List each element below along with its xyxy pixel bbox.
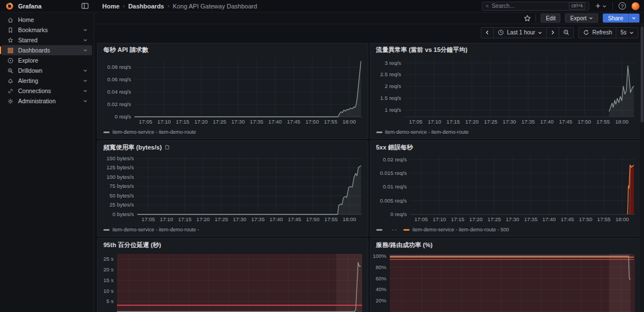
legend-entry[interactable]: item-demo-service - item-demo-route — [376, 129, 469, 135]
breadcrumb-dashboards[interactable]: Dashboards — [128, 3, 164, 10]
panel-5xx-errors-per-second[interactable]: 5xx 錯誤每秒 0 req/s0.005 req/s0.01 req/s0.0… — [370, 140, 641, 236]
panel-title[interactable]: 服務/路由成功率 (%) — [371, 239, 641, 251]
sidebar-item-label: Alerting — [18, 77, 38, 84]
sidebar-item-drilldown[interactable]: Drilldown — [2, 65, 92, 76]
panel-traffic-anomaly-rate[interactable]: 流量異常率 (當前 vs 15分鐘平均) 1 req/s1.5 req/s2 r… — [370, 43, 641, 139]
timeseries-chart[interactable]: 0 req/s0.005 req/s0.01 req/s0.015 req/s0… — [373, 153, 638, 223]
svg-text:17:45: 17:45 — [288, 216, 301, 222]
svg-text:20%: 20% — [375, 297, 386, 304]
timeseries-chart[interactable]: 20%40%60%80%100%17:0517:1017:1517:2017:2… — [373, 251, 638, 312]
svg-text:17:10: 17:10 — [160, 216, 173, 222]
scrollbar-thumb[interactable] — [641, 27, 643, 122]
sidebar-item-administration[interactable]: Administration — [2, 96, 92, 106]
panel-title[interactable]: 頻寬使用率 (bytes/s) — [98, 141, 368, 153]
sidebar-item-connections[interactable]: Connections — [2, 86, 92, 96]
search-box[interactable]: ctrl+k — [482, 2, 589, 11]
navbar-actions: ctrl+k ? — [482, 2, 644, 11]
panel-95th-percentile-latency[interactable]: 95th 百分位延遲 (秒) 5 s10 s15 s20 s25 s17:051… — [97, 238, 368, 312]
search-input[interactable] — [491, 3, 566, 9]
panel-title[interactable]: 5xx 錯誤每秒 — [371, 141, 641, 153]
export-button[interactable]: Export — [565, 14, 598, 23]
svg-text:10 s: 10 s — [103, 288, 114, 294]
svg-text:0 bytes/s: 0 bytes/s — [112, 211, 134, 217]
legend-swatch — [403, 229, 410, 231]
panel-title[interactable]: 95th 百分位延遲 (秒) — [98, 239, 368, 251]
panel-bandwidth-usage[interactable]: 頻寬使用率 (bytes/s) 0 bytes/s25 bytes/s50 by… — [97, 140, 368, 236]
divider — [612, 2, 613, 10]
export-label: Export — [570, 15, 586, 21]
svg-text:18:00: 18:00 — [342, 118, 356, 125]
zoom-out-icon — [563, 29, 569, 36]
legend-entry[interactable]: item-demo-service - item-demo-route - 50… — [403, 227, 509, 232]
time-range-picker[interactable]: Last 1 hour — [493, 28, 546, 38]
time-shift-forward-button[interactable] — [546, 28, 559, 38]
panel-service-route-success-rate[interactable]: 服務/路由成功率 (%) 20%40%60%80%100%17:0517:101… — [370, 238, 641, 312]
svg-text:0.04 req/s: 0.04 req/s — [107, 89, 131, 95]
svg-text:17:40: 17:40 — [268, 118, 282, 125]
svg-text:150 bytes/s: 150 bytes/s — [106, 155, 134, 161]
chevron-down-icon — [602, 4, 607, 8]
sidebar-item-bookmarks[interactable]: Bookmarks — [2, 25, 92, 35]
panel-description-icon[interactable] — [164, 144, 170, 150]
panel-title[interactable]: 流量異常率 (當前 vs 15分鐘平均) — [371, 43, 641, 56]
svg-text:17:05: 17:05 — [409, 118, 423, 125]
share-button[interactable]: Share — [603, 14, 628, 23]
svg-text:15 s: 15 s — [103, 277, 114, 283]
svg-text:18:00: 18:00 — [342, 216, 356, 222]
sidebar-item-dashboards[interactable]: Dashboards — [2, 45, 92, 55]
sidebar-item-starred[interactable]: Starred — [2, 35, 92, 45]
favorite-star-icon[interactable] — [524, 15, 531, 22]
legend-entry[interactable]: - - — [392, 227, 397, 232]
legend-label: item-demo-service - item-demo-route — [112, 129, 196, 135]
sidebar-toggle-icon[interactable] — [81, 3, 89, 9]
timeseries-chart[interactable]: 0 req/s0.02 req/s0.04 req/s0.06 req/s0.0… — [100, 56, 365, 126]
svg-text:17:40: 17:40 — [542, 216, 556, 222]
svg-text:0.01 req/s: 0.01 req/s — [382, 183, 406, 190]
time-shift-back-button[interactable] — [481, 28, 493, 38]
svg-text:17:15: 17:15 — [446, 118, 460, 125]
timeseries-chart[interactable]: 1 req/s1.5 req/s2 req/s2.5 req/s3 req/s1… — [373, 56, 638, 126]
svg-text:100 bytes/s: 100 bytes/s — [106, 174, 134, 180]
refresh-interval-picker[interactable]: 5s — [616, 28, 638, 38]
svg-text:17:15: 17:15 — [178, 216, 192, 222]
user-avatar[interactable] — [632, 2, 639, 10]
sidebar-item-home[interactable]: Home — [2, 15, 92, 25]
chevron-right-icon: › — [167, 3, 169, 9]
panel-legend: item-demo-service - item-demo-route — [376, 128, 469, 137]
chevron-down-icon — [83, 28, 88, 32]
grafana-logo-icon — [6, 2, 14, 10]
chevron-right-icon — [551, 30, 555, 35]
panel-title[interactable]: 每秒 API 請求數 — [98, 43, 368, 56]
svg-text:17:20: 17:20 — [197, 216, 210, 222]
svg-text:25 s: 25 s — [103, 256, 114, 262]
help-icon[interactable]: ? — [619, 2, 626, 10]
legend-entry[interactable] — [376, 229, 385, 231]
add-new-button[interactable] — [595, 3, 607, 9]
timeseries-chart[interactable]: 5 s10 s15 s20 s25 s17:0517:1017:1517:201… — [100, 251, 365, 312]
sidebar: Home Bookmarks Starred Dashboards — [0, 12, 94, 312]
svg-text:17:05: 17:05 — [414, 216, 428, 222]
svg-text:17:55: 17:55 — [324, 216, 338, 222]
legend-label: item-demo-service - item-demo-route - — [112, 227, 199, 232]
sidebar-item-explore[interactable]: Explore — [2, 55, 92, 65]
legend-entry[interactable]: item-demo-service - item-demo-route - — [103, 227, 199, 232]
chevron-down-icon — [83, 89, 88, 93]
legend-entry[interactable]: item-demo-service - item-demo-route — [103, 129, 196, 135]
svg-text:17:50: 17:50 — [306, 118, 319, 125]
share-menu-button[interactable] — [628, 14, 639, 23]
breadcrumb-home[interactable]: Home — [102, 3, 120, 10]
time-controls: Last 1 hour Refresh 5s — [94, 24, 644, 41]
scrollbar[interactable] — [640, 24, 644, 312]
svg-text:17:30: 17:30 — [506, 216, 519, 222]
timeseries-chart[interactable]: 0 bytes/s25 bytes/s50 bytes/s75 bytes/s1… — [100, 153, 365, 223]
panel-api-requests-per-second[interactable]: 每秒 API 請求數 0 req/s0.02 req/s0.04 req/s0.… — [97, 43, 368, 139]
refresh-button[interactable]: Refresh — [579, 28, 616, 38]
zoom-out-button[interactable] — [559, 28, 573, 38]
sidebar-item-alerting[interactable]: Alerting — [2, 76, 92, 86]
time-range-label: Last 1 hour — [507, 29, 535, 36]
svg-text:17:55: 17:55 — [597, 216, 611, 222]
chevron-down-icon — [83, 99, 88, 103]
refresh-group: Refresh 5s — [578, 27, 638, 38]
edit-button[interactable]: Edit — [541, 14, 560, 23]
svg-text:0 req/s: 0 req/s — [390, 211, 406, 217]
